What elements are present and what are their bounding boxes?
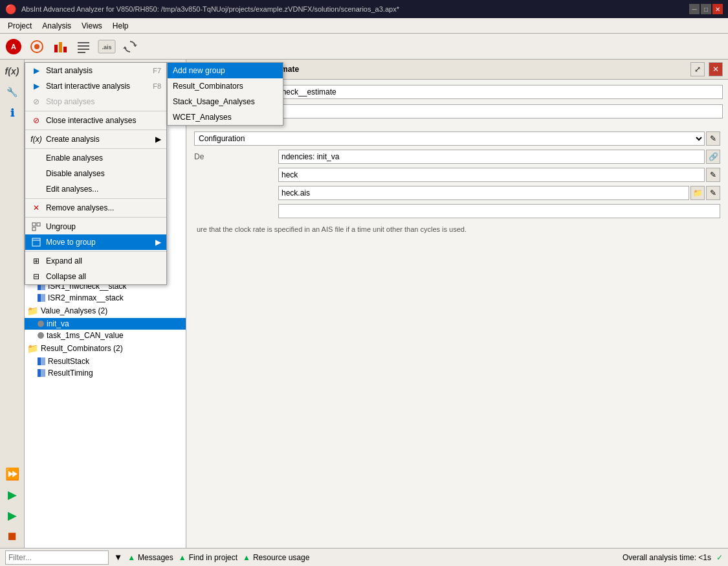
left-panel: f(x) 🔧 ℹ ⏩ ▶ ▶ ⏹ — [0, 60, 25, 548]
titlebar-left: 🔴 AbsInt Advanced Analyzer for V850/RH85… — [5, 4, 399, 14]
left-fx-btn[interactable]: f(x) — [3, 62, 21, 80]
shortcut-label: F7 — [153, 67, 161, 74]
ctx-label: Edit analyses... — [46, 185, 98, 194]
left-wrench-btn[interactable]: 🔧 — [3, 83, 21, 101]
id-input[interactable] — [243, 85, 723, 99]
resource-btn[interactable]: ▲ Resource usage — [243, 553, 309, 562]
group-result[interactable]: 📁 Result_Combinators (2) — [25, 341, 186, 356]
extra-input[interactable] — [278, 204, 720, 218]
ctx-move-to-group[interactable]: Move to group ▶ — [25, 234, 166, 250]
item-init-va[interactable]: init_va — [25, 318, 186, 330]
folder-icon-result: 📁 — [27, 343, 38, 354]
item-label: ResultTiming — [48, 368, 93, 378]
toolbar-refresh-btn[interactable] — [119, 36, 141, 58]
entry-edit-btn[interactable]: ✎ — [706, 168, 720, 182]
left-stop-btn[interactable]: ⏹ — [3, 527, 21, 545]
entry-input[interactable] — [278, 168, 705, 182]
dep-row: De 🔗 — [192, 150, 723, 164]
find-btn[interactable]: ▲ Find in project — [179, 553, 237, 562]
ais-edit-btn[interactable]: ✎ — [706, 186, 720, 200]
ctx-enable-analyses[interactable]: Enable analyses — [25, 150, 166, 166]
group-value[interactable]: 📁 Value_Analyses (2) — [25, 304, 186, 318]
ctx-start-interactive[interactable]: ▶ Start interactive analysis F8 — [25, 78, 166, 94]
sub-wcet-analyses[interactable]: WCET_Analyses — [168, 109, 283, 125]
shortcut-label: F8 — [153, 82, 161, 90]
resource-label: Resource usage — [253, 553, 309, 562]
item-task1ms-can-value[interactable]: task_1ms_CAN_value — [25, 330, 186, 341]
svg-rect-13 — [32, 223, 36, 226]
remove-icon: ✕ — [30, 203, 42, 212]
expand-btn[interactable]: ⤢ — [690, 62, 705, 76]
title-text: AbsInt Advanced Analyzer for V850/RH850:… — [21, 5, 399, 13]
filter-input[interactable] — [5, 550, 109, 565]
ctx-label: Enable analyses — [46, 153, 103, 163]
left-play3-btn[interactable]: ▶ — [3, 506, 21, 525]
ctx-create-analysis[interactable]: f(x) Create analysis ▶ — [25, 131, 166, 147]
minimize-button[interactable]: ─ — [689, 4, 700, 14]
left-play1-btn[interactable]: ⏩ — [3, 465, 21, 483]
dep-input[interactable] — [278, 150, 705, 164]
item-label: init_va — [47, 319, 69, 328]
ais-folder-btn[interactable]: 📁 — [690, 186, 705, 200]
bar-icon — [38, 357, 45, 365]
item-stack-isr2[interactable]: ISR2_minmax__stack — [25, 292, 186, 304]
ctx-close-interactive[interactable]: ⊘ Close interactive analyses — [25, 113, 166, 128]
close-tab-btn[interactable]: ✕ — [709, 62, 723, 76]
svg-rect-14 — [37, 223, 40, 226]
ctx-expand-all[interactable]: ⊞ Expand all — [25, 253, 166, 269]
config-section: Configuration ✎ De 🔗 ✎ 📁 ✎ — [186, 129, 728, 240]
resource-arrow: ▲ — [243, 553, 250, 562]
ais-input[interactable] — [278, 186, 689, 200]
ctx-stop-analysis: ⊘ Stop analyses — [25, 94, 166, 109]
bar-icon — [38, 294, 45, 302]
restore-button[interactable]: □ — [701, 4, 711, 14]
extra-row — [192, 204, 723, 218]
sub-label: WCET_Analyses — [173, 113, 232, 122]
checkmark-icon: ✓ — [716, 553, 723, 562]
toolbar: A .ais — [0, 34, 728, 60]
svg-point-3 — [34, 44, 39, 49]
dep-link-btn[interactable]: 🔗 — [706, 150, 720, 164]
ctx-start-analysis[interactable]: ▶ Start analysis F7 — [25, 63, 166, 78]
ctx-collapse-all[interactable]: ⊟ Collapse all — [25, 269, 166, 284]
item-label: ISR2_minmax__stack — [48, 293, 124, 302]
toolbar-ais-btn[interactable]: .ais — [96, 36, 118, 58]
ctx-label: Remove analyses... — [46, 203, 114, 212]
ctx-label: Expand all — [46, 256, 82, 266]
stop-icon: ⊘ — [30, 97, 42, 106]
menu-project[interactable]: Project — [3, 20, 37, 32]
filter-dropdown-btn[interactable]: ▼ — [114, 552, 122, 562]
ctx-label: Collapse all — [46, 272, 86, 281]
item-label: ResultStack — [48, 357, 89, 366]
submenu: Add new group Result_Combinators Stack_U… — [167, 62, 283, 126]
ctx-ungroup[interactable]: Ungroup — [25, 219, 166, 234]
svg-rect-6 — [63, 47, 67, 52]
toolbar-chart-btn[interactable] — [49, 36, 71, 58]
ctx-remove-analyses[interactable]: ✕ Remove analyses... — [25, 200, 166, 216]
comment-input[interactable] — [243, 104, 723, 119]
toolbar-list-btn[interactable] — [72, 36, 94, 58]
ctx-disable-analyses[interactable]: Disable analyses — [25, 166, 166, 181]
messages-label: Messages — [138, 553, 173, 562]
toolbar-settings-btn[interactable] — [26, 36, 48, 58]
item-result-stack[interactable]: ResultStack — [25, 356, 186, 367]
ctx-label: Stop analyses — [46, 97, 94, 106]
sub-stack-usage[interactable]: Stack_Usage_Analyses — [168, 94, 283, 109]
titlebar: 🔴 AbsInt Advanced Analyzer for V850/RH85… — [0, 0, 728, 18]
play-icon: ▶ — [30, 82, 42, 91]
ctx-edit-analyses[interactable]: Edit analyses... — [25, 181, 166, 197]
left-info-btn[interactable]: ℹ — [3, 104, 21, 122]
config-select[interactable]: Configuration — [194, 131, 705, 146]
ctx-label: Create analysis — [46, 135, 100, 144]
close-button[interactable]: ✕ — [712, 4, 723, 14]
config-edit-btn[interactable]: ✎ — [706, 131, 720, 146]
menu-analysis[interactable]: Analysis — [37, 20, 76, 32]
item-result-timing[interactable]: ResultTiming — [25, 367, 186, 379]
menu-help[interactable]: Help — [107, 20, 134, 32]
messages-btn[interactable]: ▲ Messages — [127, 553, 173, 562]
toolbar-logo-btn[interactable]: A — [3, 36, 25, 58]
menu-views[interactable]: Views — [76, 20, 107, 32]
left-play2-btn[interactable]: ▶ — [3, 486, 21, 504]
sub-result-combinators[interactable]: Result_Combinators — [168, 78, 283, 94]
sub-add-new-group[interactable]: Add new group — [168, 63, 283, 78]
